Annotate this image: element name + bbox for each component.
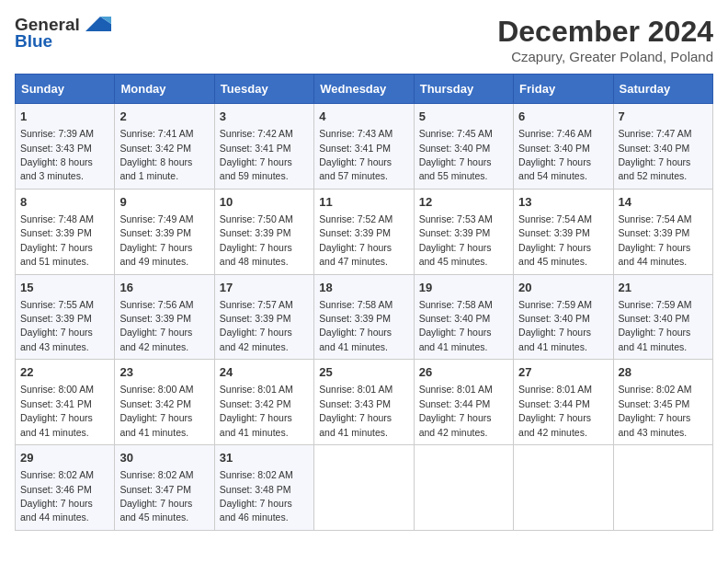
day-number: 29 xyxy=(20,450,109,466)
page-header: General Blue December 2024 Czapury, Grea… xyxy=(15,15,713,64)
logo: General Blue xyxy=(15,15,111,52)
week-row-1: 1Sunrise: 7:39 AMSunset: 3:43 PMDaylight… xyxy=(16,104,713,190)
calendar-header-row: SundayMondayTuesdayWednesdayThursdayFrid… xyxy=(16,75,713,104)
col-header-wednesday: Wednesday xyxy=(314,75,414,104)
day-number: 15 xyxy=(20,280,109,296)
day-number: 4 xyxy=(319,109,408,125)
day-info: Sunrise: 8:01 AMSunset: 3:44 PMDaylight:… xyxy=(419,384,493,437)
day-info: Sunrise: 8:01 AMSunset: 3:44 PMDaylight:… xyxy=(518,384,592,437)
day-number: 10 xyxy=(220,194,309,211)
day-info: Sunrise: 7:50 AMSunset: 3:39 PMDaylight:… xyxy=(220,213,293,267)
logo-blue: Blue xyxy=(15,31,52,52)
day-info: Sunrise: 7:59 AMSunset: 3:40 PMDaylight:… xyxy=(518,299,592,352)
day-info: Sunrise: 7:41 AMSunset: 3:42 PMDaylight:… xyxy=(119,128,193,181)
day-number: 22 xyxy=(20,364,109,381)
day-info: Sunrise: 7:39 AMSunset: 3:43 PMDaylight:… xyxy=(20,128,94,181)
day-cell: 20Sunrise: 7:59 AMSunset: 3:40 PMDayligh… xyxy=(514,274,613,360)
day-info: Sunrise: 8:02 AMSunset: 3:46 PMDaylight:… xyxy=(20,469,94,523)
day-cell: 9Sunrise: 7:49 AMSunset: 3:39 PMDaylight… xyxy=(115,189,214,274)
day-number: 28 xyxy=(619,364,708,381)
day-cell: 30Sunrise: 8:02 AMSunset: 3:47 PMDayligh… xyxy=(115,445,214,531)
col-header-thursday: Thursday xyxy=(414,75,513,104)
week-row-4: 22Sunrise: 8:00 AMSunset: 3:41 PMDayligh… xyxy=(16,360,713,445)
main-title: December 2024 xyxy=(497,15,713,49)
day-number: 24 xyxy=(220,364,309,381)
day-info: Sunrise: 7:54 AMSunset: 3:39 PMDaylight:… xyxy=(518,213,592,267)
day-info: Sunrise: 7:52 AMSunset: 3:39 PMDaylight:… xyxy=(319,213,392,267)
day-cell: 12Sunrise: 7:53 AMSunset: 3:39 PMDayligh… xyxy=(414,189,513,274)
day-cell: 5Sunrise: 7:45 AMSunset: 3:40 PMDaylight… xyxy=(414,104,513,190)
day-cell: 3Sunrise: 7:42 AMSunset: 3:41 PMDaylight… xyxy=(214,104,313,190)
week-row-3: 15Sunrise: 7:55 AMSunset: 3:39 PMDayligh… xyxy=(16,274,713,360)
day-number: 8 xyxy=(20,194,109,211)
day-info: Sunrise: 7:56 AMSunset: 3:39 PMDaylight:… xyxy=(119,299,193,352)
subtitle: Czapury, Greater Poland, Poland xyxy=(497,49,713,64)
day-cell: 27Sunrise: 8:01 AMSunset: 3:44 PMDayligh… xyxy=(514,360,613,445)
day-cell: 15Sunrise: 7:55 AMSunset: 3:39 PMDayligh… xyxy=(16,274,115,360)
day-number: 19 xyxy=(419,280,508,296)
day-number: 5 xyxy=(419,109,508,125)
day-number: 17 xyxy=(220,280,309,296)
day-cell: 23Sunrise: 8:00 AMSunset: 3:42 PMDayligh… xyxy=(115,360,214,445)
day-cell: 4Sunrise: 7:43 AMSunset: 3:41 PMDaylight… xyxy=(314,104,414,190)
day-number: 9 xyxy=(119,194,209,211)
title-block: December 2024 Czapury, Greater Poland, P… xyxy=(497,15,713,64)
day-cell: 19Sunrise: 7:58 AMSunset: 3:40 PMDayligh… xyxy=(414,274,513,360)
col-header-friday: Friday xyxy=(514,75,613,104)
day-info: Sunrise: 7:45 AMSunset: 3:40 PMDaylight:… xyxy=(419,128,493,181)
day-cell xyxy=(613,445,712,531)
day-cell: 17Sunrise: 7:57 AMSunset: 3:39 PMDayligh… xyxy=(214,274,313,360)
day-number: 31 xyxy=(220,450,309,466)
day-number: 7 xyxy=(619,109,708,125)
day-number: 1 xyxy=(20,109,109,125)
day-info: Sunrise: 8:00 AMSunset: 3:42 PMDaylight:… xyxy=(119,384,193,437)
day-number: 2 xyxy=(119,109,209,125)
day-number: 13 xyxy=(518,194,608,211)
col-header-sunday: Sunday xyxy=(16,75,115,104)
day-cell: 8Sunrise: 7:48 AMSunset: 3:39 PMDaylight… xyxy=(16,189,115,274)
day-info: Sunrise: 7:53 AMSunset: 3:39 PMDaylight:… xyxy=(419,213,493,267)
day-cell: 7Sunrise: 7:47 AMSunset: 3:40 PMDaylight… xyxy=(613,104,712,190)
day-cell xyxy=(514,445,613,531)
day-info: Sunrise: 7:43 AMSunset: 3:41 PMDaylight:… xyxy=(319,128,392,181)
day-cell: 10Sunrise: 7:50 AMSunset: 3:39 PMDayligh… xyxy=(214,189,313,274)
week-row-2: 8Sunrise: 7:48 AMSunset: 3:39 PMDaylight… xyxy=(16,189,713,274)
day-number: 16 xyxy=(119,280,209,296)
day-number: 27 xyxy=(518,364,608,381)
day-info: Sunrise: 7:49 AMSunset: 3:39 PMDaylight:… xyxy=(119,213,193,267)
day-cell: 2Sunrise: 7:41 AMSunset: 3:42 PMDaylight… xyxy=(115,104,214,190)
calendar-table: SundayMondayTuesdayWednesdayThursdayFrid… xyxy=(15,74,713,531)
day-cell: 11Sunrise: 7:52 AMSunset: 3:39 PMDayligh… xyxy=(314,189,414,274)
day-cell: 22Sunrise: 8:00 AMSunset: 3:41 PMDayligh… xyxy=(16,360,115,445)
day-cell: 24Sunrise: 8:01 AMSunset: 3:42 PMDayligh… xyxy=(214,360,313,445)
day-number: 3 xyxy=(220,109,309,125)
day-number: 25 xyxy=(319,364,408,381)
day-cell: 18Sunrise: 7:58 AMSunset: 3:39 PMDayligh… xyxy=(314,274,414,360)
day-info: Sunrise: 7:48 AMSunset: 3:39 PMDaylight:… xyxy=(20,213,94,267)
day-cell: 13Sunrise: 7:54 AMSunset: 3:39 PMDayligh… xyxy=(514,189,613,274)
day-cell: 29Sunrise: 8:02 AMSunset: 3:46 PMDayligh… xyxy=(16,445,115,531)
day-info: Sunrise: 7:58 AMSunset: 3:39 PMDaylight:… xyxy=(319,299,392,352)
day-cell: 25Sunrise: 8:01 AMSunset: 3:43 PMDayligh… xyxy=(314,360,414,445)
day-number: 20 xyxy=(518,280,608,296)
day-info: Sunrise: 7:42 AMSunset: 3:41 PMDaylight:… xyxy=(220,128,293,181)
day-info: Sunrise: 7:58 AMSunset: 3:40 PMDaylight:… xyxy=(419,299,493,352)
day-info: Sunrise: 8:00 AMSunset: 3:41 PMDaylight:… xyxy=(20,384,94,437)
day-cell: 28Sunrise: 8:02 AMSunset: 3:45 PMDayligh… xyxy=(613,360,712,445)
col-header-saturday: Saturday xyxy=(613,75,712,104)
day-number: 18 xyxy=(319,280,408,296)
day-number: 26 xyxy=(419,364,508,381)
day-cell: 14Sunrise: 7:54 AMSunset: 3:39 PMDayligh… xyxy=(613,189,712,274)
day-info: Sunrise: 7:47 AMSunset: 3:40 PMDaylight:… xyxy=(619,128,692,181)
day-info: Sunrise: 8:02 AMSunset: 3:47 PMDaylight:… xyxy=(119,469,193,523)
day-cell: 6Sunrise: 7:46 AMSunset: 3:40 PMDaylight… xyxy=(514,104,613,190)
day-info: Sunrise: 7:57 AMSunset: 3:39 PMDaylight:… xyxy=(220,299,293,352)
day-info: Sunrise: 7:59 AMSunset: 3:40 PMDaylight:… xyxy=(619,299,692,352)
day-info: Sunrise: 8:02 AMSunset: 3:48 PMDaylight:… xyxy=(220,469,293,523)
day-number: 12 xyxy=(419,194,508,211)
day-info: Sunrise: 7:46 AMSunset: 3:40 PMDaylight:… xyxy=(518,128,592,181)
day-number: 6 xyxy=(518,109,608,125)
col-header-tuesday: Tuesday xyxy=(214,75,313,104)
day-info: Sunrise: 8:02 AMSunset: 3:45 PMDaylight:… xyxy=(619,384,692,437)
day-number: 11 xyxy=(319,194,408,211)
